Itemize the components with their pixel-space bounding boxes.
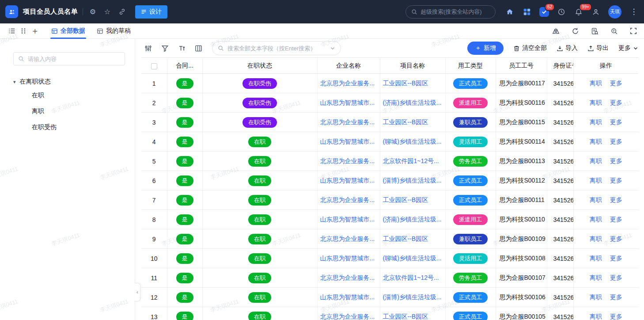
project-link[interactable]: 工业园区--B园区	[383, 235, 428, 242]
project-link[interactable]: (淄博)乡镇生活垃圾...	[383, 293, 442, 301]
record-search[interactable]	[212, 41, 341, 55]
resign-action[interactable]: 离职	[590, 216, 602, 223]
avatar[interactable]: 天琪	[608, 5, 621, 19]
chevron-down-icon[interactable]	[330, 46, 335, 51]
row-index[interactable]: 9	[141, 229, 167, 249]
table-row[interactable]: 3 是 在职受伤 北京思为企业服务... 工业园区--B园区 兼职员工 思为企服…	[141, 113, 638, 132]
record-search-icon[interactable]	[590, 27, 599, 35]
resign-action[interactable]: 离职	[590, 293, 602, 301]
import-button[interactable]: 导入	[557, 44, 578, 52]
table-row[interactable]: 4 是 在职 山东思为智慧城市... (聊城)乡镇生活垃圾... 灵活用工 思为…	[141, 132, 638, 152]
resign-action[interactable]: 离职	[590, 235, 602, 242]
row-index[interactable]: 8	[141, 210, 167, 229]
row-index[interactable]: 5	[141, 152, 167, 171]
project-link[interactable]: (济南)乡镇生活垃圾...	[383, 216, 442, 223]
resign-action[interactable]: 离职	[590, 313, 602, 320]
col-header-work-type[interactable]: 用工类型	[445, 58, 496, 74]
row-index[interactable]: 11	[141, 268, 167, 288]
todo-button[interactable]: 62	[539, 7, 549, 17]
company-link[interactable]: 北京思为企业服务...	[320, 313, 375, 320]
apps-icon[interactable]	[522, 7, 532, 17]
tree-item-resigned[interactable]: 离职	[13, 103, 125, 119]
more-action[interactable]: 更多	[610, 196, 622, 203]
select-all-checkbox[interactable]	[151, 63, 157, 69]
favorite-star-icon[interactable]: ☆	[102, 7, 112, 17]
more-action[interactable]: 更多	[610, 313, 622, 320]
resign-action[interactable]: 离职	[590, 196, 602, 203]
col-header-company[interactable]: 企业名称	[317, 58, 380, 74]
history-clock-icon[interactable]	[557, 7, 566, 17]
row-index[interactable]: 1	[141, 74, 167, 93]
more-action[interactable]: 更多	[610, 255, 622, 262]
more-action[interactable]: 更多	[610, 235, 622, 242]
row-index[interactable]: 13	[141, 307, 167, 320]
row-index[interactable]: 7	[141, 190, 167, 210]
company-link[interactable]: 北京思为企业服务...	[320, 274, 375, 281]
resign-action[interactable]: 离职	[590, 118, 602, 126]
tree-item-active[interactable]: 在职	[13, 88, 125, 103]
table-row[interactable]: 7 是 在职 北京思为企业服务... 工业园区--B园区 正式员工 思为企服B0…	[141, 190, 638, 210]
fullscreen-icon[interactable]	[629, 27, 638, 35]
text-sort-icon[interactable]	[175, 42, 188, 55]
company-link[interactable]: 山东思为智慧城市...	[320, 99, 375, 106]
filter-icon[interactable]	[158, 42, 171, 55]
app-logo-icon[interactable]	[5, 5, 18, 18]
col-header-project[interactable]: 项目名称	[380, 58, 445, 74]
add-record-button[interactable]: ＋ 新增	[467, 42, 504, 55]
drag-grid-icon[interactable]	[18, 25, 29, 37]
tab-all-data[interactable]: 全部数据	[50, 23, 86, 39]
tree-item-injured[interactable]: 在职受伤	[13, 119, 125, 135]
row-index[interactable]: 6	[141, 171, 167, 190]
table-row[interactable]: 8 是 在职 山东思为智慧城市... (济南)乡镇生活垃圾... 派遣用工 思为…	[141, 210, 638, 229]
row-index[interactable]: 12	[141, 288, 167, 307]
project-link[interactable]: 工业园区--B园区	[383, 196, 428, 203]
more-menu-icon[interactable]: ⋮	[629, 7, 639, 17]
company-link[interactable]: 北京思为企业服务...	[320, 196, 375, 203]
table-row[interactable]: 13 是 在职 北京思为企业服务... 工业园区--B园区 正式员工 思为企服B…	[141, 307, 638, 320]
sidebar-search[interactable]	[13, 52, 125, 65]
project-link[interactable]: (聊城)乡镇生活垃圾...	[383, 138, 442, 145]
project-link[interactable]: (济南)乡镇生活垃圾...	[383, 99, 442, 106]
resign-action[interactable]: 离职	[590, 274, 602, 281]
sidebar-collapse-handle[interactable]: ‹	[135, 283, 140, 301]
row-index[interactable]: 10	[141, 249, 167, 268]
design-button[interactable]: 设计	[135, 5, 167, 19]
statistics-icon[interactable]	[141, 42, 155, 55]
table-row[interactable]: 6 是 在职 山东思为智慧城市... (淄博)乡镇生活垃圾... 正式员工 思为…	[141, 171, 638, 190]
sidebar-search-input[interactable]	[28, 56, 120, 62]
more-action[interactable]: 更多	[610, 138, 622, 145]
global-search[interactable]	[405, 5, 496, 19]
resign-action[interactable]: 离职	[590, 157, 602, 164]
col-header-emp-no[interactable]: 员工工号	[496, 58, 547, 74]
company-link[interactable]: 山东思为智慧城市...	[320, 138, 375, 145]
record-search-input[interactable]	[227, 45, 326, 52]
project-link[interactable]: (聊城)乡镇生活垃圾...	[383, 255, 442, 262]
more-action[interactable]: 更多	[610, 118, 622, 126]
refresh-icon[interactable]	[571, 27, 580, 35]
project-link[interactable]: (淄博)乡镇生活垃圾...	[383, 177, 442, 184]
resign-action[interactable]: 离职	[590, 255, 602, 262]
home-icon[interactable]	[505, 7, 515, 17]
company-link[interactable]: 北京思为企业服务...	[320, 118, 375, 126]
more-action[interactable]: 更多	[610, 157, 622, 164]
clear-all-button[interactable]: 清空全部	[513, 44, 547, 52]
tab-my-drafts[interactable]: 我的草稿	[96, 23, 132, 39]
company-link[interactable]: 北京思为企业服务...	[320, 235, 375, 242]
board-view-icon[interactable]	[192, 42, 205, 55]
row-index[interactable]: 4	[141, 132, 167, 152]
company-link[interactable]: 山东思为智慧城市...	[320, 255, 375, 262]
global-search-input[interactable]	[420, 8, 490, 15]
search-settings-icon[interactable]	[610, 27, 618, 35]
view-list-icon[interactable]	[6, 25, 18, 37]
project-link[interactable]: 工业园区--B园区	[383, 118, 428, 126]
more-action[interactable]: 更多	[610, 274, 622, 281]
resign-action[interactable]: 离职	[590, 177, 602, 184]
company-link[interactable]: 北京思为企业服务...	[320, 80, 375, 87]
mirror-icon[interactable]	[551, 27, 560, 35]
caret-down-icon[interactable]: ▾	[13, 79, 16, 85]
table-row[interactable]: 12 是 在职 山东思为智慧城市... (淄博)乡镇生活垃圾... 正式员工 思…	[141, 288, 638, 307]
row-index[interactable]: 2	[141, 93, 167, 113]
resign-action[interactable]: 离职	[590, 138, 602, 145]
tree-node-status-root[interactable]: ▾ 在离职状态	[13, 76, 125, 88]
project-link[interactable]: 北京软件园1~12号...	[383, 157, 439, 164]
